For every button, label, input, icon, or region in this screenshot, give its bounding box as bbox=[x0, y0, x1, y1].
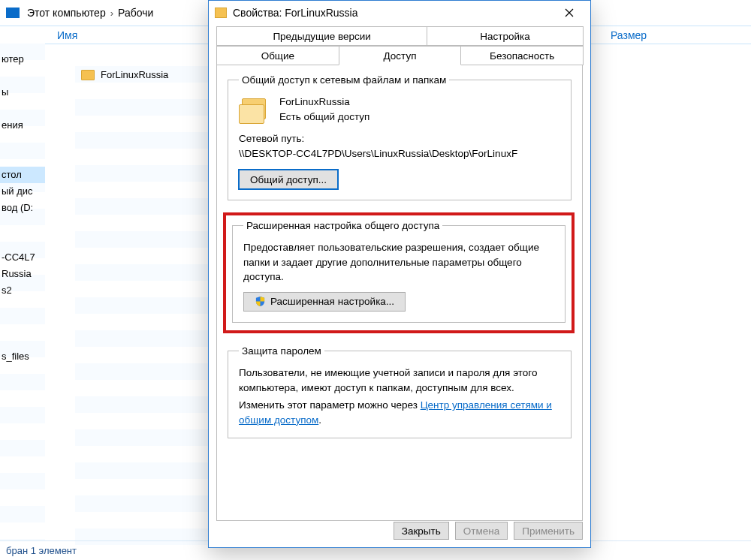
password-desc: Пользователи, не имеющие учетной записи … bbox=[239, 366, 560, 395]
apply-button[interactable]: Применить bbox=[514, 522, 583, 540]
group-network-sharing: Общий доступ к сетевым файлам и папкам F… bbox=[228, 74, 572, 200]
file-listing[interactable]: ForLinuxRussia bbox=[75, 66, 214, 546]
tab-previous-versions[interactable]: Предыдущие версии bbox=[216, 26, 427, 46]
tab-body: Общий доступ к сетевым файлам и папкам F… bbox=[216, 65, 583, 521]
tree-item[interactable]: ы bbox=[0, 84, 45, 101]
group-legend: Расширенная настройка общего доступа bbox=[243, 220, 442, 231]
password-change-line: Изменить этот параметр можно через Центр… bbox=[239, 398, 560, 427]
close-dialog-button[interactable]: Закрыть bbox=[394, 522, 449, 540]
tab-sheet: Предыдущие версии Настройка Общие Доступ… bbox=[216, 26, 583, 521]
tab-customize[interactable]: Настройка bbox=[427, 26, 584, 46]
tree-item[interactable]: вод (D: bbox=[0, 200, 45, 216]
tree-item[interactable]: -CC4L7 bbox=[0, 249, 45, 266]
properties-dialog: Свойства: ForLinuxRussia Предыдущие верс… bbox=[208, 0, 591, 548]
group-legend: Защита паролем bbox=[239, 345, 324, 357]
share-status: Есть общий доступ bbox=[279, 110, 369, 125]
folder-icon bbox=[81, 70, 95, 80]
tree-item[interactable]: ютер bbox=[0, 51, 45, 68]
list-item[interactable]: ForLinuxRussia bbox=[75, 66, 214, 84]
column-size[interactable]: Размер bbox=[590, 26, 647, 44]
tree-item[interactable]: s2 bbox=[0, 282, 45, 299]
column-name[interactable]: Имя bbox=[45, 26, 214, 44]
tab-security[interactable]: Безопасность bbox=[460, 46, 584, 65]
highlight-box: Расширенная настройка общего доступа Пре… bbox=[223, 212, 575, 333]
cancel-button[interactable]: Отмена bbox=[455, 522, 508, 540]
shield-icon bbox=[255, 296, 266, 307]
group-legend: Общий доступ к сетевым файлам и папкам bbox=[239, 74, 449, 86]
advanced-desc: Предоставляет пользовательские разрешени… bbox=[243, 240, 554, 285]
this-pc-icon bbox=[6, 8, 20, 18]
tab-sharing[interactable]: Доступ bbox=[339, 46, 462, 65]
netpath-value: \\DESKTOP-CC4L7PD\Users\LinuxRussia\Desk… bbox=[239, 146, 560, 161]
password-change-suffix: . bbox=[318, 414, 321, 426]
password-change-prefix: Изменить этот параметр можно через bbox=[239, 399, 421, 411]
share-name: ForLinuxRussia bbox=[279, 95, 369, 110]
navigation-tree[interactable]: ютер ы ения стол ый дис вод (D: -CC4L7 R… bbox=[0, 44, 45, 540]
advanced-sharing-button[interactable]: Расширенная настройка... bbox=[243, 292, 406, 312]
folder-icon bbox=[215, 8, 227, 18]
group-advanced-sharing: Расширенная настройка общего доступа Пре… bbox=[232, 220, 566, 323]
shared-folder-icon bbox=[239, 95, 270, 124]
breadcrumb-segment[interactable]: Этот компьютер bbox=[27, 7, 106, 19]
status-text: бран 1 элемент bbox=[6, 545, 77, 556]
advanced-btn-label: Расширенная настройка... bbox=[270, 296, 394, 307]
tree-item[interactable]: ения bbox=[0, 117, 45, 134]
breadcrumb-segment[interactable]: Рабочи bbox=[118, 7, 153, 19]
title-bar[interactable]: Свойства: ForLinuxRussia bbox=[209, 1, 590, 25]
chevron-right-icon: › bbox=[106, 8, 118, 19]
close-icon bbox=[565, 8, 574, 17]
dialog-button-row: Закрыть Отмена Применить bbox=[216, 522, 583, 540]
group-password-protection: Защита паролем Пользователи, не имеющие … bbox=[228, 345, 572, 438]
tree-item[interactable]: ый дис bbox=[0, 183, 45, 200]
list-item-label: ForLinuxRussia bbox=[101, 66, 168, 84]
tree-item[interactable]: s_files bbox=[0, 348, 45, 365]
netpath-label: Сетевой путь: bbox=[239, 131, 560, 146]
tree-item[interactable]: Russia bbox=[0, 266, 45, 282]
tab-general[interactable]: Общие bbox=[216, 46, 339, 65]
close-button[interactable] bbox=[554, 2, 584, 23]
tree-item-selected[interactable]: стол bbox=[0, 167, 45, 183]
dialog-title: Свойства: ForLinuxRussia bbox=[233, 7, 554, 19]
share-button[interactable]: Общий доступ... bbox=[239, 170, 338, 189]
